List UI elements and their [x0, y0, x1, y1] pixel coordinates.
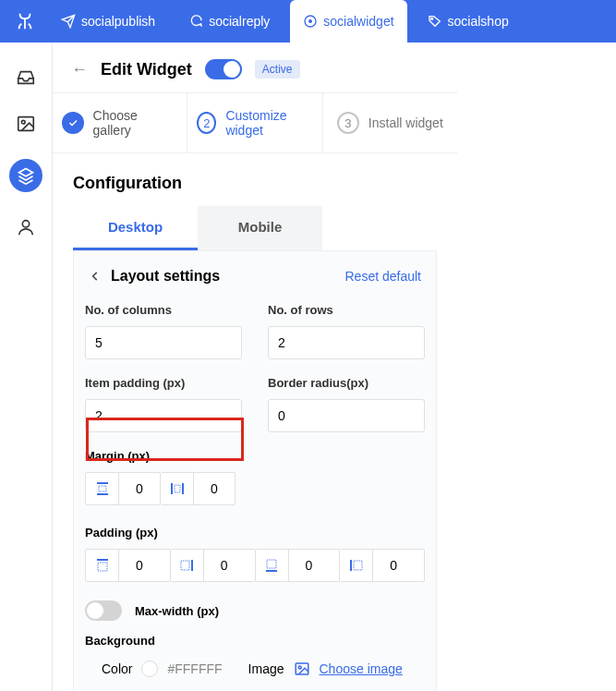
background-label: Background	[85, 634, 425, 648]
svg-point-1	[309, 20, 312, 23]
user-icon[interactable]	[15, 216, 37, 238]
bg-color-label: Color	[102, 661, 132, 676]
app-logo-icon	[15, 11, 35, 31]
nav-label: socialwidget	[323, 14, 393, 29]
section-title: Configuration	[53, 153, 457, 206]
tab-desktop[interactable]: Desktop	[73, 206, 198, 250]
padding-label: Padding (px)	[85, 526, 425, 539]
border-radius-input[interactable]	[268, 399, 425, 432]
item-padding-label: Item padding (px)	[85, 376, 242, 390]
choose-image-link[interactable]: Choose image	[320, 661, 403, 676]
title-bar: ← Edit Widget Active	[53, 42, 457, 92]
top-nav: socialpublish socialreply socialwidget s…	[0, 0, 616, 42]
rows-label: No. of rows	[268, 303, 425, 317]
color-swatch[interactable]	[141, 661, 158, 677]
svg-rect-11	[175, 485, 180, 492]
image-icon[interactable]	[15, 113, 37, 135]
step-label: Customize widget	[225, 108, 312, 138]
reply-icon	[188, 14, 203, 29]
page-title: Edit Widget	[101, 60, 192, 79]
svg-rect-8	[99, 486, 106, 491]
padding-bottom-input[interactable]	[289, 550, 330, 581]
svg-rect-3	[18, 117, 33, 131]
border-radius-label: Border radius(px)	[268, 376, 425, 390]
bg-color-value: #FFFFFF	[167, 661, 222, 676]
step-number: 3	[337, 112, 359, 134]
margin-label: Margin (px)	[85, 449, 425, 463]
svg-point-2	[430, 18, 432, 19]
columns-input[interactable]	[85, 326, 242, 359]
active-toggle[interactable]	[205, 59, 242, 79]
maxwidth-label: Max-width (px)	[135, 604, 219, 618]
step-label: Choose gallery	[93, 108, 178, 138]
widget-icon	[303, 14, 318, 29]
image-icon	[294, 661, 310, 677]
device-tabs: Desktop Mobile	[53, 206, 457, 250]
margin-vertical-icon	[86, 473, 119, 504]
padding-left-input[interactable]	[373, 550, 414, 581]
layout-panel: Layout settings Reset default No. of col…	[73, 250, 437, 691]
svg-rect-7	[97, 493, 108, 495]
margin-inputs	[85, 472, 425, 505]
svg-rect-13	[98, 563, 107, 571]
svg-rect-6	[97, 482, 108, 484]
step-choose-gallery[interactable]: Choose gallery	[53, 93, 187, 152]
inbox-icon[interactable]	[15, 67, 37, 89]
panel-title: Layout settings	[111, 268, 220, 285]
svg-rect-14	[191, 560, 193, 571]
nav-label: socialshop	[448, 14, 509, 29]
margin-horizontal-input[interactable]	[194, 473, 235, 504]
side-rail	[0, 42, 52, 691]
columns-label: No. of columns	[85, 303, 242, 317]
item-padding-input[interactable]	[85, 399, 242, 432]
svg-rect-16	[266, 570, 277, 572]
padding-left-icon	[340, 550, 373, 581]
step-number: 2	[197, 112, 216, 134]
step-customize-widget[interactable]: 2Customize widget	[187, 93, 322, 152]
bg-image-label: Image	[248, 661, 284, 676]
svg-point-5	[22, 221, 29, 227]
tag-icon	[428, 14, 442, 29]
nav-label: socialpublish	[81, 14, 155, 29]
rows-input[interactable]	[268, 326, 425, 359]
svg-rect-18	[350, 560, 352, 571]
nav-socialpublish[interactable]: socialpublish	[48, 0, 168, 42]
layers-icon[interactable]	[9, 159, 42, 192]
svg-point-21	[298, 666, 301, 669]
svg-point-4	[21, 120, 25, 124]
svg-rect-17	[267, 560, 276, 568]
padding-inputs	[85, 549, 425, 582]
padding-top-icon	[86, 550, 119, 581]
tab-mobile[interactable]: Mobile	[198, 206, 322, 250]
margin-horizontal-icon	[161, 473, 194, 504]
padding-right-input[interactable]	[204, 550, 245, 581]
nav-socialreply[interactable]: socialreply	[175, 0, 283, 42]
step-install-widget[interactable]: 3Install widget	[323, 93, 457, 152]
padding-top-input[interactable]	[119, 550, 160, 581]
svg-rect-10	[182, 483, 184, 494]
back-arrow-icon[interactable]: ←	[71, 60, 88, 79]
reset-default-link[interactable]: Reset default	[345, 269, 422, 284]
svg-rect-12	[97, 559, 108, 561]
nav-socialshop[interactable]: socialshop	[415, 0, 522, 42]
padding-bottom-icon	[256, 550, 289, 581]
svg-rect-9	[171, 483, 173, 494]
check-icon	[62, 112, 84, 134]
page: ← Edit Widget Active Choose gallery 2Cus…	[52, 42, 457, 691]
margin-vertical-input[interactable]	[119, 473, 160, 504]
nav-label: socialreply	[209, 14, 270, 29]
paper-plane-icon	[61, 14, 76, 29]
status-badge: Active	[255, 60, 300, 79]
step-bar: Choose gallery 2Customize widget 3Instal…	[53, 92, 457, 153]
padding-right-icon	[171, 550, 204, 581]
nav-socialwidget[interactable]: socialwidget	[290, 0, 406, 42]
chevron-left-icon[interactable]	[89, 270, 102, 283]
maxwidth-toggle[interactable]	[85, 600, 122, 621]
svg-rect-15	[181, 561, 189, 570]
svg-rect-19	[354, 561, 362, 570]
step-label: Install widget	[368, 115, 443, 130]
